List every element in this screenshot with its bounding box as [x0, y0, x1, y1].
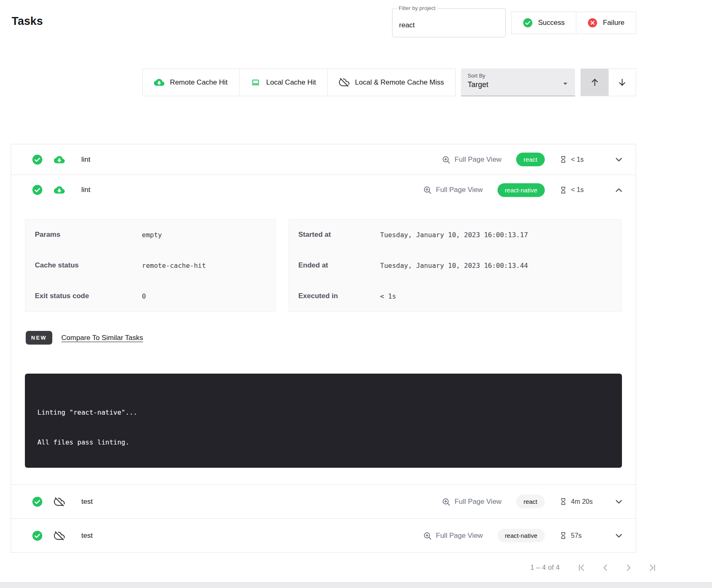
task-row-lint-react[interactable]: lint Full Page View react < 1s: [11, 144, 636, 175]
sort-by-value: Target: [468, 80, 568, 89]
hourglass-icon: [559, 532, 567, 539]
window-bottom-strip: [0, 582, 712, 588]
project-filter-input[interactable]: [393, 9, 505, 37]
check-circle-icon: [32, 185, 43, 195]
full-page-view-button[interactable]: Full Page View: [423, 531, 483, 540]
full-page-view-label: Full Page View: [455, 498, 502, 506]
chip-remote-cache-hit[interactable]: Remote Cache Hit: [143, 69, 239, 96]
full-page-view-button[interactable]: Full Page View: [441, 155, 502, 164]
executed-in-label: Executed in: [298, 292, 380, 300]
duration-label: < 1s: [571, 156, 584, 163]
check-circle-icon: [32, 154, 43, 165]
next-page-button[interactable]: [617, 558, 640, 578]
arrow-up-icon: [590, 78, 600, 87]
chip-label: Local & Remote Cache Miss: [355, 78, 444, 87]
params-label: Params: [35, 231, 142, 239]
new-badge: NEW: [26, 331, 52, 345]
chevron-down-icon[interactable]: [614, 530, 624, 541]
project-filter-label: Filter by project: [397, 5, 438, 11]
chip-label: Remote Cache Hit: [170, 78, 228, 87]
hourglass-icon: [559, 498, 567, 505]
previous-page-button[interactable]: [594, 558, 617, 578]
full-page-view-button[interactable]: Full Page View: [423, 185, 483, 194]
cache-status-value: remote-cache-hit: [142, 262, 206, 270]
hourglass-icon: [559, 156, 567, 163]
cloud-off-icon: [54, 530, 65, 541]
failure-x-icon: [588, 18, 597, 28]
task-duration: 4m 20s: [559, 498, 596, 505]
cloud-download-icon: [54, 185, 65, 195]
sort-direction-toggle: [580, 68, 636, 96]
page-title: Tasks: [12, 15, 43, 28]
task-row-lint-react-native[interactable]: lint Full Page View react-native < 1s: [11, 175, 636, 205]
duration-label: 4m 20s: [571, 498, 593, 505]
task-timing-panel: Started at Tuesday, January 10, 2023 16:…: [288, 219, 622, 312]
task-row-test-react-native[interactable]: test Full Page View react-native 57s: [11, 518, 636, 552]
pagination-range: 1 – 4 of 4: [530, 564, 560, 572]
cloud-off-icon: [339, 77, 349, 87]
executed-in-value: < 1s: [380, 292, 396, 300]
compare-to-similar-tasks-link[interactable]: Compare To Similar Tasks: [61, 334, 143, 342]
project-badge: react-native: [497, 183, 545, 197]
exit-code-label: Exit status code: [35, 292, 142, 300]
chip-local-cache-hit[interactable]: Local Cache Hit: [239, 69, 327, 96]
project-badge: react: [516, 495, 545, 508]
success-filter-label: Success: [538, 19, 565, 27]
executed-in-row: Executed in < 1s: [289, 281, 622, 311]
status-filter-group: Success Failure: [511, 12, 636, 34]
full-page-view-label: Full Page View: [436, 186, 483, 194]
check-circle-icon: [32, 496, 43, 507]
task-row-test-react[interactable]: test Full Page View react 4m 20s: [11, 484, 636, 518]
exit-code-value: 0: [142, 292, 146, 300]
chevron-down-icon[interactable]: [614, 496, 624, 507]
ended-at-value: Tuesday, January 10, 2023 16:00:13.44: [380, 262, 528, 270]
cache-chip-group: Remote Cache Hit Local Cache Hit Local &…: [142, 68, 456, 96]
duration-label: < 1s: [571, 186, 584, 194]
terminal-output: Linting "react-native"... All files pass…: [25, 374, 622, 468]
cloud-download-icon: [154, 77, 164, 87]
project-badge: react: [516, 153, 545, 166]
chevron-up-icon[interactable]: [614, 185, 624, 195]
exit-code-row: Exit status code 0: [25, 281, 276, 311]
failure-filter-label: Failure: [603, 19, 624, 27]
task-list: lint Full Page View react < 1s: [11, 144, 636, 553]
check-circle-icon: [32, 530, 43, 541]
params-row: Params empty: [25, 219, 276, 250]
failure-filter-button[interactable]: Failure: [576, 12, 636, 34]
hourglass-icon: [559, 186, 567, 194]
cloud-off-icon: [54, 496, 65, 507]
cache-status-row: Cache status remote-cache-hit: [25, 250, 276, 281]
chevron-down-icon[interactable]: [614, 154, 624, 165]
sort-by-select[interactable]: Sort By Target: [461, 68, 575, 96]
chip-local-remote-cache-miss[interactable]: Local & Remote Cache Miss: [327, 69, 455, 96]
success-check-icon: [523, 18, 533, 28]
chip-label: Local Cache Hit: [266, 78, 316, 87]
task-params-panel: Params empty Cache status remote-cache-h…: [25, 219, 276, 312]
params-value: empty: [142, 231, 162, 239]
task-name: lint: [81, 186, 90, 194]
zoom-in-icon: [423, 531, 432, 540]
task-name: test: [81, 498, 93, 506]
cache-filter-toolbar: Remote Cache Hit Local Cache Hit Local &…: [142, 68, 636, 96]
pagination: 1 – 4 of 4: [530, 558, 663, 578]
started-at-label: Started at: [298, 231, 380, 239]
zoom-in-icon: [441, 155, 451, 164]
laptop-icon: [251, 78, 261, 87]
full-page-view-label: Full Page View: [455, 156, 502, 164]
task-duration: 57s: [559, 532, 596, 539]
ended-at-row: Ended at Tuesday, January 10, 2023 16:00…: [289, 250, 622, 281]
task-duration: < 1s: [559, 156, 596, 163]
first-page-button[interactable]: [571, 558, 594, 578]
caret-down-icon: [561, 79, 570, 88]
sort-ascending-button[interactable]: [581, 69, 608, 96]
success-filter-button[interactable]: Success: [512, 12, 576, 34]
started-at-row: Started at Tuesday, January 10, 2023 16:…: [289, 219, 622, 250]
task-duration: < 1s: [559, 186, 596, 194]
cloud-download-icon: [54, 154, 65, 165]
arrow-down-icon: [617, 78, 627, 87]
full-page-view-button[interactable]: Full Page View: [441, 497, 502, 506]
last-page-button[interactable]: [640, 558, 663, 578]
duration-label: 57s: [571, 532, 582, 539]
sort-descending-button[interactable]: [608, 69, 636, 96]
task-details-panel: Params empty Cache status remote-cache-h…: [11, 205, 636, 484]
